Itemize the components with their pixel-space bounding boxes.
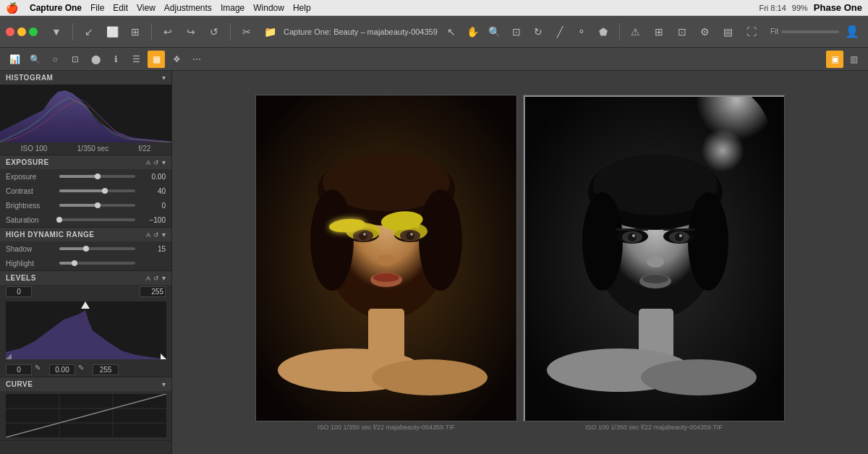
layout-button[interactable]: ▤	[718, 22, 739, 42]
nav-back-button[interactable]: ▼	[46, 22, 67, 42]
hdr-toggle[interactable]: ▾	[162, 231, 166, 239]
contrast-thumb[interactable]	[102, 188, 108, 194]
hdr-auto-icon[interactable]: A	[146, 231, 150, 239]
hdr-header[interactable]: HIGH DYNAMIC RANGE A ↺ ▾	[0, 228, 171, 241]
shadow-fill	[59, 247, 86, 250]
shadow-thumb[interactable]	[83, 246, 89, 252]
zoom-slider[interactable]	[781, 30, 839, 33]
tool-circle[interactable]: ○	[46, 51, 64, 68]
svg-point-44	[628, 233, 637, 241]
color-photo	[256, 95, 516, 421]
shadow-slider[interactable]	[59, 247, 135, 250]
undo-button[interactable]: ↩	[158, 22, 178, 42]
tool-search[interactable]: 🔍	[26, 51, 43, 68]
brightness-thumb[interactable]	[95, 202, 101, 208]
menubar: 🍎 Capture One File Edit View Adjustments…	[0, 0, 868, 16]
levels-header[interactable]: LEVELS A ↺ ▾	[0, 271, 171, 285]
eyedropper-black[interactable]: ✎	[35, 364, 46, 375]
eyedropper-gray[interactable]: ✎	[78, 364, 90, 375]
move-button[interactable]: ✂	[237, 22, 257, 42]
exposure-slider[interactable]	[59, 175, 135, 178]
svg-marker-1	[6, 310, 166, 359]
brightness-slider[interactable]	[59, 204, 135, 207]
split-view-button[interactable]: ▥	[845, 51, 862, 68]
contrast-slider[interactable]	[59, 189, 135, 192]
straighten-tool[interactable]: ╱	[550, 22, 570, 42]
cursor-tool[interactable]: ↖	[441, 22, 461, 42]
tool-hist[interactable]: 📊	[6, 51, 23, 68]
heal-tool[interactable]: ⚬	[571, 22, 592, 42]
levels-toggle[interactable]: ▾	[162, 274, 166, 282]
center-tools: ↖ ✋ 🔍 ⊡ ↻ ╱ ⚬ ⬟	[441, 22, 613, 42]
levels-output-mid[interactable]	[49, 364, 75, 375]
rotate-tool[interactable]: ↻	[528, 22, 548, 42]
curve-section: CURVE ▾	[0, 377, 171, 441]
tool-more[interactable]: ⋯	[188, 51, 205, 68]
svg-rect-54	[663, 228, 695, 231]
menu-image[interactable]: Image	[221, 3, 244, 13]
menu-help[interactable]: Help	[293, 3, 311, 13]
reset-icon[interactable]: ↺	[153, 159, 159, 166]
fullscreen-button[interactable]: ⛶	[741, 22, 762, 42]
menu-adjustments[interactable]: Adjustments	[164, 3, 212, 13]
curve-header[interactable]: CURVE ▾	[0, 377, 171, 391]
curve-toggle[interactable]: ▾	[162, 380, 166, 388]
exposure-header[interactable]: EXPOSURE A ↺ ▾	[0, 155, 171, 169]
tool-color[interactable]: ❖	[168, 51, 185, 68]
tool-meta[interactable]: ☰	[127, 51, 145, 68]
tool-adjust[interactable]: ▦	[148, 51, 165, 68]
menu-view[interactable]: View	[137, 3, 156, 13]
settings-button[interactable]: ⚙	[695, 22, 715, 42]
brightness-label: Brightness	[6, 202, 56, 210]
histogram-toggle[interactable]: ▾	[162, 74, 166, 82]
menu-window[interactable]: Window	[253, 3, 284, 13]
saturation-slider[interactable]	[59, 218, 135, 221]
single-view-button[interactable]: ▣	[826, 51, 843, 68]
app-name[interactable]: Capture One	[30, 3, 82, 13]
close-button[interactable]	[6, 27, 14, 36]
menu-file[interactable]: File	[90, 3, 104, 13]
tool-loupe[interactable]: ⬤	[87, 51, 104, 68]
svg-point-15	[310, 189, 354, 291]
reset-button[interactable]: ↺	[204, 22, 224, 42]
menu-edit[interactable]: Edit	[113, 3, 128, 13]
histogram-header[interactable]: HISTOGRAM ▾	[0, 71, 171, 85]
browse-button[interactable]: ⊞	[125, 22, 145, 42]
folder-button[interactable]: 📁	[260, 22, 280, 42]
highlight-thumb[interactable]	[72, 260, 77, 266]
capture-button[interactable]: ⬜	[102, 22, 122, 42]
levels-output-max[interactable]	[93, 364, 119, 375]
tool-info[interactable]: ℹ	[107, 51, 124, 68]
minimize-button[interactable]	[17, 27, 26, 36]
hdr-reset-icon[interactable]: ↺	[153, 231, 159, 239]
levels-output-min[interactable]	[6, 364, 32, 375]
redo-button[interactable]: ↪	[181, 22, 201, 42]
tether-button[interactable]: ⊞	[649, 22, 669, 42]
highlight-slider[interactable]	[59, 262, 135, 265]
saturation-thumb[interactable]	[56, 217, 62, 223]
import-button[interactable]: ↙	[79, 22, 99, 42]
histogram-controls: ▾	[162, 74, 166, 82]
contrast-row: Contrast 40	[0, 184, 171, 198]
auto-icon[interactable]: A	[146, 159, 150, 166]
levels-max-input[interactable]	[140, 286, 166, 297]
hand-tool[interactable]: ✋	[463, 22, 483, 42]
clone-tool[interactable]: ⬟	[593, 22, 613, 42]
tool-crop2[interactable]: ⊡	[67, 51, 84, 68]
crop-tool[interactable]: ⊡	[506, 22, 527, 42]
saturation-value: −100	[138, 216, 166, 224]
zoom-tool[interactable]: 🔍	[485, 22, 505, 42]
shutter-value: 1/350 sec	[77, 145, 109, 153]
maximize-button[interactable]	[29, 27, 38, 36]
warning-button[interactable]: ⚠	[626, 22, 646, 42]
levels-auto-icon[interactable]: A	[146, 275, 150, 282]
exposure-thumb[interactable]	[95, 174, 101, 179]
levels-reset-icon[interactable]: ↺	[153, 275, 159, 282]
levels-min-input[interactable]	[6, 286, 32, 297]
compare-button[interactable]: ⊡	[672, 22, 692, 42]
exposure-toggle[interactable]: ▾	[162, 158, 166, 166]
curve-canvas[interactable]	[6, 394, 166, 437]
avatar-button[interactable]: 👤	[842, 22, 862, 42]
svg-point-24	[406, 231, 414, 240]
apple-menu[interactable]: 🍎	[6, 2, 18, 14]
